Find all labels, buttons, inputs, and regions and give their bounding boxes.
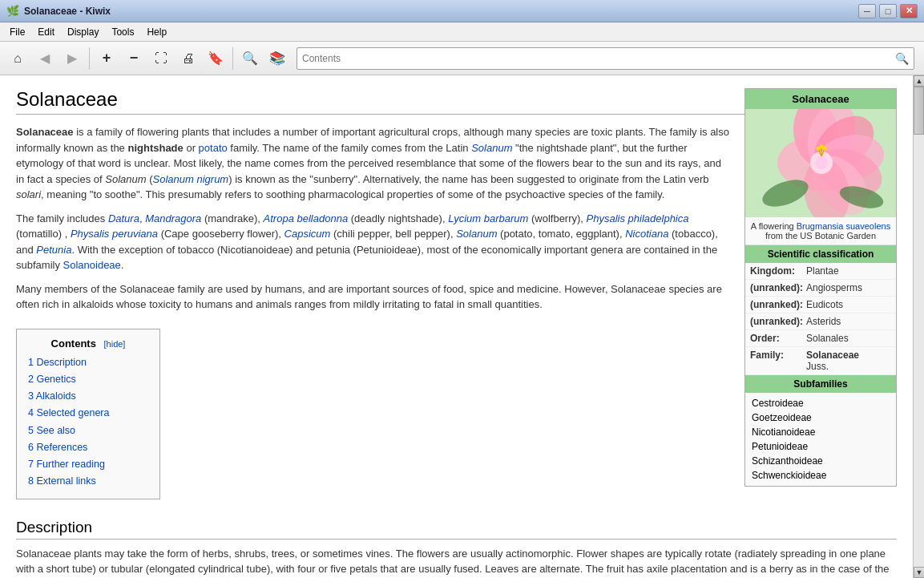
scroll-down-button[interactable]: ▼ — [914, 567, 924, 578]
toc-link-selected-genera[interactable]: 4 Selected genera — [28, 407, 109, 418]
toc-item-3: 3 Alkaloids — [28, 388, 148, 405]
sci-classification-title: Scientific classification — [745, 245, 896, 263]
subfamily-item: Goetzeoideae — [752, 410, 890, 425]
back-button[interactable]: ◀ — [32, 46, 58, 71]
title-bar: 🌿 Solanaceae - Kiwix ─ □ ✕ — [0, 0, 924, 22]
toc-item-6: 6 References — [28, 439, 148, 456]
bookmark-button[interactable]: 🔖 — [203, 46, 228, 71]
forward-button[interactable]: ▶ — [59, 46, 85, 71]
menu-display[interactable]: Display — [61, 25, 105, 39]
family-label: Family: — [750, 350, 806, 372]
infobox-unranked-2: (unranked): Eudicots — [745, 297, 896, 313]
search-bar: 🔍 — [297, 47, 914, 70]
scroll-up-button[interactable]: ▲ — [914, 75, 924, 87]
unranked-label-2: (unranked): — [750, 299, 806, 310]
infobox-kingdom: Kingdom: Plantae — [745, 263, 896, 280]
unranked-label-3: (unranked): — [750, 316, 806, 327]
physalis-p-link[interactable]: Physalis philadelphica — [587, 212, 689, 224]
library-button[interactable]: 📚 — [264, 46, 290, 71]
infobox-image — [745, 109, 896, 217]
lycium-link[interactable]: Lycium barbarum — [448, 212, 528, 224]
toc-title: Contents [hide] — [28, 338, 148, 350]
toc-link-references[interactable]: 6 References — [28, 442, 87, 453]
app-icon: 🌿 — [6, 5, 19, 18]
zoom-out-button[interactable]: − — [121, 46, 147, 71]
toc-link-external-links[interactable]: 8 External links — [28, 475, 96, 487]
solanoideae-link[interactable]: Solanoideae — [63, 259, 121, 271]
subfamily-item: Schizanthoideae — [752, 454, 890, 468]
physalis-per-link[interactable]: Physalis peruviana — [71, 228, 158, 240]
toc-item-2: 2 Genetics — [28, 371, 148, 388]
infobox-title: Solanaceae — [745, 89, 896, 109]
solanum-link-2[interactable]: Solanum — [456, 228, 497, 240]
infobox-family: Family: SolanaceaeJuss. — [745, 347, 896, 375]
menu-file[interactable]: File — [3, 25, 31, 39]
menu-edit[interactable]: Edit — [31, 25, 61, 39]
toc-link-description[interactable]: 1 Description — [28, 357, 87, 368]
scrollbar: ▲ ▼ — [913, 75, 924, 578]
kingdom-label: Kingdom: — [750, 265, 806, 277]
datura-link[interactable]: Datura — [108, 212, 139, 224]
toc-item-7: 7 Further reading — [28, 456, 148, 473]
toc-box: Contents [hide] 1 Description 2 Genetics… — [16, 329, 160, 499]
capsicum-link[interactable]: Capsicum — [284, 228, 331, 240]
brugmansia-link[interactable]: Brugmansia suaveolens — [797, 221, 890, 231]
minimize-button[interactable]: ─ — [858, 4, 876, 18]
toc-item-5: 5 See also — [28, 422, 148, 439]
nicotiana-link[interactable]: Nicotiana — [625, 228, 668, 240]
infobox-unranked-1: (unranked): Angiosperms — [745, 280, 896, 297]
toc-link-genetics[interactable]: 2 Genetics — [28, 374, 76, 385]
toc-link-alkaloids[interactable]: 3 Alkaloids — [28, 390, 76, 402]
toc-item-4: 4 Selected genera — [28, 405, 148, 422]
maximize-button[interactable]: □ — [879, 4, 897, 18]
solanum-nigrum-link[interactable]: Solanum nigrum — [153, 173, 229, 185]
toc-item-1: 1 Description — [28, 354, 148, 371]
toolbar-separator-2 — [232, 47, 233, 70]
print-button[interactable]: 🖨 — [176, 46, 201, 71]
subfamilies-title: Subfamilies — [745, 375, 896, 393]
home-button[interactable]: ⌂ — [5, 46, 30, 71]
close-button[interactable]: ✕ — [900, 4, 918, 18]
search-input[interactable] — [302, 53, 895, 64]
toc-link-further-reading[interactable]: 7 Further reading — [28, 459, 105, 470]
unranked-label-1: (unranked): — [750, 282, 806, 293]
unranked-value-3: Asterids — [806, 316, 841, 327]
potato-link[interactable]: potato — [199, 142, 228, 154]
fullscreen-button[interactable]: ⛶ — [148, 46, 174, 71]
toc-hide-button[interactable]: [hide] — [104, 339, 126, 349]
order-label: Order: — [750, 333, 806, 344]
order-value: Solanales — [806, 333, 849, 344]
petunia-link[interactable]: Petunia — [36, 244, 71, 256]
infobox-caption: A flowering Brugmansia suaveolensfrom th… — [745, 217, 896, 245]
subfamily-item: Nicotianoideae — [752, 425, 890, 439]
menu-bar: File Edit Display Tools Help — [0, 22, 924, 42]
toolbar-separator-1 — [89, 47, 90, 70]
content-area: Solanaceae — [0, 75, 913, 578]
subfamily-item: Cestroideae — [752, 396, 890, 410]
toc-link-see-also[interactable]: 5 See also — [28, 425, 75, 436]
zoom-in-button[interactable]: + — [94, 46, 119, 71]
subfamily-list: Cestroideae Goetzeoideae Nicotianoideae … — [745, 393, 896, 486]
atropa-link[interactable]: Atropa belladonna — [264, 212, 349, 224]
menu-help[interactable]: Help — [140, 25, 173, 39]
svg-point-16 — [820, 145, 824, 149]
toc-item-8: 8 External links — [28, 473, 148, 490]
family-value: SolanaceaeJuss. — [806, 350, 859, 372]
description-section-title: Description — [16, 519, 897, 540]
unranked-value-2: Eudicots — [806, 299, 843, 310]
menu-tools[interactable]: Tools — [105, 25, 140, 39]
subfamily-item: Petunioideae — [752, 439, 890, 454]
window-controls: ─ □ ✕ — [858, 4, 918, 18]
search-submit-icon[interactable]: 🔍 — [895, 52, 909, 65]
unranked-value-1: Angiosperms — [806, 282, 862, 293]
scrollbar-thumb[interactable] — [914, 87, 924, 135]
svg-point-10 — [815, 156, 828, 169]
kingdom-value: Plantae — [806, 265, 839, 277]
mandragora-link[interactable]: Mandragora — [145, 212, 201, 224]
main-area: Solanaceae — [0, 75, 924, 578]
solanum-link[interactable]: Solanum — [471, 142, 512, 154]
infobox: Solanaceae — [744, 88, 897, 487]
infobox-unranked-3: (unranked): Asterids — [745, 313, 896, 330]
find-button[interactable]: 🔍 — [237, 46, 263, 71]
scrollbar-track — [914, 87, 924, 567]
